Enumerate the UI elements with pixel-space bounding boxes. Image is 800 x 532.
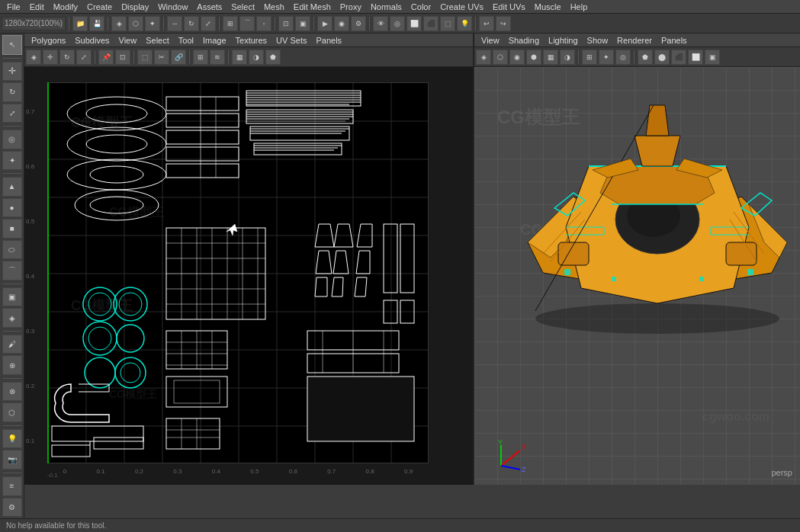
tool-sculpt[interactable]: ✦ — [2, 151, 22, 171]
left-tb-dim[interactable]: ◑ — [249, 50, 264, 65]
right-tb-11[interactable]: ⬤ — [654, 50, 670, 65]
right-tb-9[interactable]: ◎ — [615, 50, 631, 65]
left-menu-uv-sets[interactable]: UV Sets — [272, 35, 310, 46]
left-menu-polygons[interactable]: Polygons — [27, 35, 69, 46]
toolbar-isolate[interactable]: ◎ — [390, 16, 405, 31]
tool-select[interactable]: ↖ — [2, 35, 22, 55]
toolbar-paint[interactable]: ✦ — [145, 16, 160, 31]
right-tb-2[interactable]: ⬡ — [493, 50, 508, 65]
tool-move[interactable]: ✛ — [2, 62, 22, 82]
tool-cube[interactable]: ■ — [2, 219, 22, 239]
right-tb-8[interactable]: ✦ — [599, 50, 614, 65]
uv-viewport[interactable]: 0.7 0.6 0.5 0.4 0.3 0.2 0.1 CG模型王 CG模型王 … — [24, 67, 473, 485]
tool-camera[interactable]: 📷 — [2, 450, 22, 470]
left-menu-panels[interactable]: Panels — [312, 35, 345, 46]
menu-proxy[interactable]: Proxy — [336, 2, 365, 12]
right-menu-lighting[interactable]: Lighting — [545, 35, 582, 46]
right-menu-view[interactable]: View — [477, 35, 503, 46]
tool-polygon[interactable]: ▲ — [2, 177, 22, 197]
toolbar-snap-curve[interactable]: ⌒ — [239, 16, 255, 31]
tool-settings[interactable]: ⚙ — [2, 498, 22, 518]
toolbar-lights[interactable]: 💡 — [457, 16, 472, 31]
left-tb-checker[interactable]: ▦ — [232, 50, 247, 65]
menu-assets[interactable]: Assets — [193, 2, 226, 12]
toolbar-smooth-shade[interactable]: ⬛ — [423, 16, 439, 31]
menu-edit-uvs[interactable]: Edit UVs — [489, 2, 529, 12]
left-menu-textures[interactable]: Textures — [232, 35, 271, 46]
right-tb-4[interactable]: ⬢ — [526, 50, 541, 65]
right-menu-renderer[interactable]: Renderer — [613, 35, 656, 46]
menu-select[interactable]: Select — [227, 2, 259, 12]
menu-window[interactable]: Window — [154, 2, 191, 12]
toolbar-construction[interactable]: ▣ — [295, 16, 310, 31]
right-tb-5[interactable]: ▦ — [543, 50, 558, 65]
left-tb-filter[interactable]: ⬟ — [265, 50, 281, 65]
left-tb-layout[interactable]: ⬚ — [137, 50, 153, 65]
right-tb-10[interactable]: ⬟ — [638, 50, 653, 65]
toolbar-move[interactable]: ↔ — [167, 16, 182, 31]
menu-muscle[interactable]: Muscle — [531, 2, 565, 12]
toolbar-redo[interactable]: ↪ — [496, 16, 511, 31]
right-menu-show[interactable]: Show — [583, 35, 612, 46]
left-tb-select[interactable]: ◈ — [26, 50, 41, 65]
left-menu-image[interactable]: Image — [199, 35, 230, 46]
menu-modify[interactable]: Modify — [50, 2, 82, 12]
3d-viewport[interactable]: CG模型王 CG模型王 cgwoo.com — [474, 67, 800, 485]
toolbar-lasso[interactable]: ⬡ — [128, 16, 143, 31]
right-tb-14[interactable]: ▣ — [705, 50, 720, 65]
toolbar-open[interactable]: 📁 — [72, 16, 88, 31]
toolbar-snap-grid[interactable]: ⊞ — [223, 16, 238, 31]
tool-curve[interactable]: ⌒ — [2, 261, 22, 280]
left-tb-rotate[interactable]: ↻ — [59, 50, 75, 65]
tool-skin[interactable]: ⬡ — [2, 402, 22, 422]
toolbar-render[interactable]: ▶ — [317, 16, 333, 31]
menu-color[interactable]: Color — [407, 2, 435, 12]
left-menu-select[interactable]: Select — [142, 35, 173, 46]
right-tb-7[interactable]: ⊞ — [582, 50, 597, 65]
tool-light[interactable]: 💡 — [2, 429, 22, 449]
right-tb-3[interactable]: ◉ — [509, 50, 525, 65]
toolbar-save[interactable]: 💾 — [89, 16, 104, 31]
left-tb-move[interactable]: ✛ — [43, 50, 58, 65]
right-tb-13[interactable]: ⬜ — [688, 50, 703, 65]
left-tb-cut[interactable]: ✂ — [154, 50, 169, 65]
menu-edit-mesh[interactable]: Edit Mesh — [290, 2, 335, 12]
tool-display-layer[interactable]: ≡ — [2, 476, 22, 496]
toolbar-undo[interactable]: ↩ — [479, 16, 494, 31]
left-menu-view[interactable]: View — [115, 35, 141, 46]
menu-help[interactable]: Help — [567, 2, 592, 12]
right-menu-panels[interactable]: Panels — [657, 35, 691, 46]
left-tb-scale[interactable]: ⤢ — [76, 50, 92, 65]
tool-soft-select[interactable]: ◎ — [2, 130, 22, 149]
toolbar-scale[interactable]: ⤢ — [201, 16, 216, 31]
toolbar-show-hide[interactable]: 👁 — [373, 16, 388, 31]
toolbar-rotate[interactable]: ↻ — [184, 16, 199, 31]
tool-extrude[interactable]: ▣ — [2, 287, 22, 307]
menu-create[interactable]: Create — [83, 2, 116, 12]
toolbar-texture[interactable]: ⬚ — [440, 16, 455, 31]
tool-rotate[interactable]: ↻ — [2, 82, 22, 102]
toolbar-select-mode[interactable]: ◈ — [111, 16, 127, 31]
right-menu-shading[interactable]: Shading — [505, 35, 543, 46]
left-tb-relax[interactable]: ≋ — [210, 50, 225, 65]
tool-joints[interactable]: ⊗ — [2, 382, 22, 402]
left-tb-pin[interactable]: 📌 — [98, 50, 114, 65]
right-tb-1[interactable]: ◈ — [476, 50, 491, 65]
left-tb-unfold[interactable]: ⊞ — [193, 50, 208, 65]
tool-cylinder[interactable]: ⬭ — [2, 240, 22, 260]
toolbar-render-settings[interactable]: ⚙ — [351, 16, 366, 31]
left-tb-unpin[interactable]: ⊡ — [115, 50, 130, 65]
menu-edit[interactable]: Edit — [26, 2, 48, 12]
left-tb-sew[interactable]: 🔗 — [171, 50, 186, 65]
menu-display[interactable]: Display — [117, 2, 153, 12]
resolution-label[interactable]: 1280x720(100%) — [2, 17, 66, 30]
tool-sphere[interactable]: ● — [2, 198, 22, 218]
toolbar-ipr[interactable]: ◉ — [334, 16, 349, 31]
toolbar-history[interactable]: ⊡ — [278, 16, 294, 31]
right-tb-6[interactable]: ◑ — [560, 50, 575, 65]
tool-scale[interactable]: ⤢ — [2, 104, 22, 123]
right-tb-12[interactable]: ⬛ — [671, 50, 686, 65]
menu-file[interactable]: File — [3, 2, 24, 12]
toolbar-wireframe[interactable]: ⬜ — [406, 16, 422, 31]
tool-paint-effects[interactable]: 🖌 — [2, 335, 22, 354]
